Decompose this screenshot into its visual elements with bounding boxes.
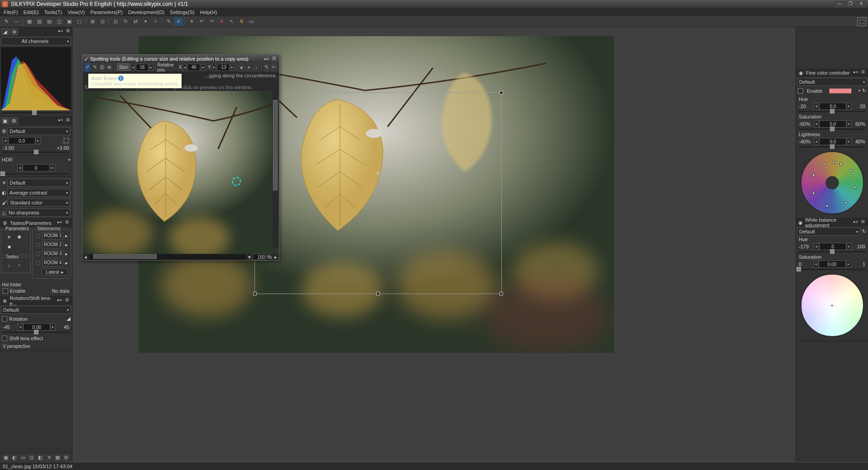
spot-icon[interactable]: ✐ bbox=[174, 17, 183, 26]
fc-color-wheel[interactable] bbox=[801, 151, 864, 214]
exposure-default-dropdown[interactable]: Default▾ bbox=[7, 127, 70, 135]
wand2-icon[interactable]: ✶ bbox=[187, 17, 196, 26]
panel-close2-icon[interactable]: ☒ bbox=[65, 118, 71, 124]
rotation-slider[interactable] bbox=[3, 332, 69, 333]
exposure-tab-icon[interactable]: ▣ bbox=[1, 117, 9, 124]
tastes-close-icon[interactable]: ☒ bbox=[64, 220, 70, 226]
levels-icon[interactable]: ◢ bbox=[67, 316, 70, 322]
panel-close-icon[interactable]: ☒ bbox=[65, 28, 71, 35]
exposure-input[interactable] bbox=[8, 137, 35, 144]
grid6-icon[interactable]: ▢ bbox=[75, 17, 84, 26]
size-button[interactable]: Size bbox=[117, 63, 130, 71]
redx-icon[interactable]: ✕ bbox=[217, 17, 226, 26]
bt7-icon[interactable]: ▦ bbox=[54, 453, 62, 462]
grid3-icon[interactable]: ▤ bbox=[45, 17, 54, 26]
minimize-button[interactable]: — bbox=[834, 1, 844, 7]
param-sun-icon[interactable]: ☀ bbox=[5, 233, 13, 241]
arrow-left-icon[interactable]: ↶ bbox=[197, 17, 206, 26]
menu-help[interactable]: Help(H) bbox=[198, 9, 219, 15]
menu-view[interactable]: View(V) bbox=[66, 9, 86, 15]
hdr-slider[interactable] bbox=[3, 173, 69, 175]
room3-play-icon[interactable]: ▸ bbox=[65, 251, 68, 257]
param-sun2-icon[interactable]: ✺ bbox=[15, 233, 23, 241]
fullview-icon[interactable]: ⊡ bbox=[98, 17, 107, 26]
pen-icon[interactable]: ✎ bbox=[164, 17, 173, 26]
wb-sat-slider[interactable] bbox=[799, 269, 865, 270]
tastes-dock-icon[interactable]: ▸≡ bbox=[57, 220, 63, 226]
bt2-icon[interactable]: ◐ bbox=[10, 453, 18, 462]
fullscreen-icon[interactable]: ⛶ bbox=[857, 17, 866, 26]
hotfolder-enable-checkbox[interactable] bbox=[3, 288, 8, 294]
param-sun3-icon[interactable]: ✹ bbox=[5, 243, 13, 251]
star-icon[interactable]: ✦ bbox=[141, 17, 150, 26]
lightning-icon[interactable]: ↯ bbox=[237, 17, 246, 26]
panel-dock2-icon[interactable]: ▸≡ bbox=[58, 118, 64, 124]
menu-tools[interactable]: Tools(T) bbox=[42, 9, 64, 15]
rotation-dock-icon[interactable]: ▸≡ bbox=[57, 298, 63, 304]
wb-sat-input[interactable] bbox=[819, 261, 846, 268]
zoom-chevron-icon[interactable]: ▸ bbox=[273, 254, 279, 260]
wb-hue-slider[interactable] bbox=[799, 251, 865, 252]
spot-eye-icon[interactable]: 👁 bbox=[106, 63, 113, 72]
exposure-dec-icon[interactable]: ◂ bbox=[3, 137, 8, 144]
hscroll-left-icon[interactable]: ◂ bbox=[82, 254, 89, 260]
default-dropdown[interactable]: Default▾ bbox=[7, 179, 70, 187]
exposure-tab2-icon[interactable]: ⚙ bbox=[10, 117, 18, 124]
rotation-default-dropdown[interactable]: Default▾ bbox=[1, 306, 71, 314]
room3-dot-icon[interactable] bbox=[36, 252, 40, 256]
menu-parameters[interactable]: Parameters(P) bbox=[88, 9, 125, 15]
fc-enable-checkbox[interactable] bbox=[798, 88, 803, 94]
flip-icon[interactable]: ⇄ bbox=[131, 17, 140, 26]
fc-swatch-chevron-icon[interactable]: ▾ bbox=[858, 89, 860, 93]
room4-button[interactable]: ROOM 4 bbox=[42, 259, 63, 266]
fc-dock-icon[interactable]: ▸≡ bbox=[853, 70, 859, 76]
brush-tool-icon[interactable]: ✎ bbox=[2, 17, 11, 26]
exposure-slider[interactable] bbox=[3, 152, 69, 153]
wand3-icon[interactable]: ✎ bbox=[264, 63, 270, 72]
menu-file[interactable]: File(F) bbox=[2, 9, 20, 15]
bt8-icon[interactable]: ⚙ bbox=[62, 453, 70, 462]
wb-color-wheel[interactable]: + bbox=[801, 274, 864, 337]
fc-light-slider[interactable] bbox=[799, 146, 865, 147]
rotation-close-icon[interactable]: ☒ bbox=[64, 298, 70, 304]
bt1-icon[interactable]: ▣ bbox=[2, 453, 10, 462]
fc-hue-slider[interactable] bbox=[799, 111, 865, 112]
y-input[interactable] bbox=[217, 64, 230, 71]
arrow-right-icon[interactable]: ↷ bbox=[207, 17, 216, 26]
room2-dot-icon[interactable] bbox=[36, 242, 40, 247]
layout-icon[interactable]: ⊞ bbox=[88, 17, 97, 26]
wand-x-icon[interactable]: ✂ bbox=[271, 63, 277, 72]
fc-refresh-icon[interactable]: ↻ bbox=[862, 88, 866, 94]
circle-small-icon[interactable]: ● bbox=[253, 63, 259, 72]
wb-default-dropdown[interactable]: Default▾ bbox=[797, 228, 860, 236]
zoom-input[interactable] bbox=[253, 254, 266, 260]
taste-out-icon[interactable]: ↑ bbox=[15, 261, 23, 269]
rotate-icon[interactable]: ↻ bbox=[121, 17, 130, 26]
fc-close-icon[interactable]: ☒ bbox=[860, 70, 866, 76]
exposure-preset-icon[interactable]: ⛶ bbox=[63, 138, 69, 144]
circle-solid-icon[interactable]: ● bbox=[238, 63, 245, 72]
grid1-icon[interactable]: ▦ bbox=[25, 17, 34, 26]
wb-dock-icon[interactable]: ▸≡ bbox=[853, 219, 859, 226]
spot-pick-icon[interactable]: ⦿ bbox=[99, 63, 106, 72]
grid4-icon[interactable]: ◫ bbox=[55, 17, 64, 26]
hdr-inc-icon[interactable]: ▸ bbox=[50, 164, 55, 171]
shiftlens-checkbox[interactable] bbox=[2, 336, 7, 341]
maximize-button[interactable]: ❐ bbox=[845, 1, 855, 7]
taste-in-icon[interactable]: ↓ bbox=[5, 261, 13, 269]
rot-inc-icon[interactable]: ▸ bbox=[50, 323, 56, 331]
fc-color-swatch[interactable] bbox=[829, 88, 852, 94]
exposure-inc-icon[interactable]: ▸ bbox=[35, 137, 41, 144]
fc-default-dropdown[interactable]: Default▾ bbox=[797, 78, 867, 86]
bt6-icon[interactable]: ✕ bbox=[45, 453, 53, 462]
hdr-chevron-icon[interactable]: ▾ bbox=[68, 158, 70, 162]
sharpness-dropdown[interactable]: No sharpness▾ bbox=[6, 209, 70, 217]
bt5-icon[interactable]: ◧ bbox=[37, 453, 44, 462]
wand-icon[interactable]: ✧ bbox=[151, 17, 160, 26]
rot-dec-icon[interactable]: ◂ bbox=[18, 323, 23, 331]
scope-tab-icon[interactable]: ⊚ bbox=[10, 28, 18, 35]
image-icon[interactable]: ▭ bbox=[247, 17, 256, 26]
hscroll-down-icon[interactable]: ▾ bbox=[246, 254, 253, 260]
close-button[interactable]: ✕ bbox=[856, 1, 866, 7]
hdr-dec-icon[interactable]: ◂ bbox=[17, 164, 23, 171]
